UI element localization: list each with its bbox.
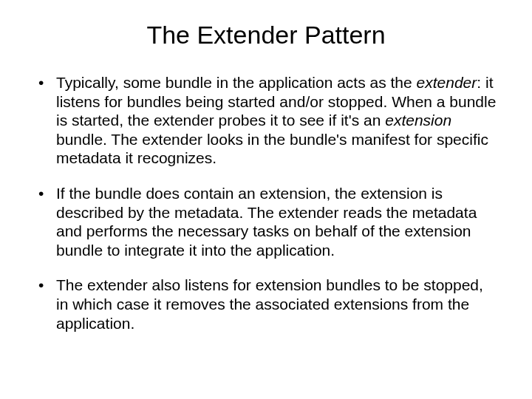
text-run: If the bundle does contain an extension,…	[56, 185, 477, 259]
text-run: bundle. The extender looks in the bundle…	[56, 131, 488, 167]
list-item: If the bundle does contain an extension,…	[35, 184, 497, 259]
page-title: The Extender Pattern	[35, 21, 497, 50]
list-item: The extender also listens for extension …	[35, 276, 497, 332]
slide: The Extender Pattern Typically, some bun…	[0, 0, 532, 399]
text-run: The extender also listens for extension …	[56, 276, 483, 331]
text-run: Typically, some bundle in the applicatio…	[56, 74, 417, 91]
emphasis: extension	[385, 112, 451, 129]
list-item: Typically, some bundle in the applicatio…	[35, 73, 497, 168]
bullet-list: Typically, some bundle in the applicatio…	[35, 73, 497, 332]
emphasis: extender	[417, 74, 477, 91]
